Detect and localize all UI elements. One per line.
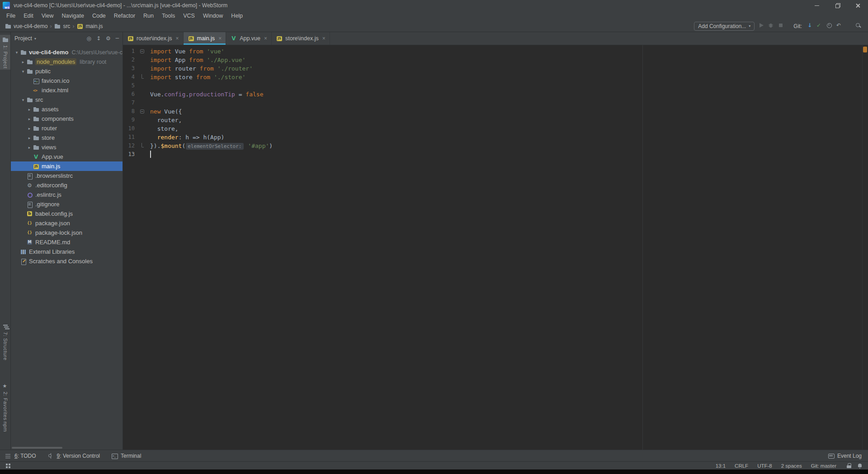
tree-item-vue-cli4-demo[interactable]: ▾vue-cli4-demoC:\Users\User\vue-c	[11, 47, 123, 57]
menu-refactor[interactable]: Refactor	[110, 12, 139, 19]
tree-item-node-modules[interactable]: ▸node_moduleslibrary root	[11, 57, 123, 66]
tree-item-components[interactable]: ▸components	[11, 114, 123, 123]
lock-button[interactable]	[845, 462, 853, 469]
fold-end-icon[interactable]	[142, 143, 144, 147]
fold-marker-icon[interactable]: −	[140, 49, 144, 53]
toolwindow-button-7-structure[interactable]: 7: Structure	[0, 322, 10, 362]
tree-item-src[interactable]: ▾src	[11, 95, 123, 104]
code-line-12[interactable]: 12}).$mount(elementOrSelector: '#app')	[123, 142, 862, 150]
tree-item-app-vue[interactable]: App.vue	[11, 152, 123, 161]
tree-expand-icon[interactable]: ▸	[26, 126, 33, 131]
toolwindow-button-1-project[interactable]: 1: Project	[0, 35, 10, 70]
tab-router-index-js[interactable]: router\index.js×	[123, 32, 184, 45]
chevron-down-icon[interactable]: ▾	[34, 37, 36, 41]
tree-expand-icon[interactable]: ▸	[26, 136, 33, 140]
toolwindow-button-npm[interactable]: npm	[0, 420, 10, 433]
panel-settings-button[interactable]: ⚙	[106, 35, 111, 42]
tree-item-browserslistrc[interactable]: .browserslistrc	[11, 171, 123, 180]
code-line-13[interactable]: 13	[123, 150, 862, 159]
code-line-8[interactable]: 8−new Vue({	[123, 107, 862, 116]
tree-item-main-js[interactable]: main.js	[11, 161, 123, 171]
status-utf-8[interactable]: UTF-8	[757, 463, 772, 469]
tab-main-js[interactable]: main.js×	[184, 32, 226, 45]
menu-vcs[interactable]: VCS	[179, 12, 199, 19]
tree-item-favicon-ico[interactable]: favicon.ico	[11, 76, 123, 85]
menu-view[interactable]: View	[38, 12, 58, 19]
code-line-11[interactable]: 11 render: h => h(App)	[123, 133, 862, 142]
tree-item-editorconfig[interactable]: .editorconfig	[11, 180, 123, 190]
git-commit-button[interactable]	[816, 22, 825, 31]
tree-item-views[interactable]: ▸views	[11, 142, 123, 152]
code-line-3[interactable]: 3import router from './router'	[123, 64, 862, 73]
inspection-marker[interactable]	[863, 47, 867, 52]
git-update-button[interactable]	[806, 22, 815, 31]
panel-expand-button[interactable]: ↕	[96, 35, 101, 42]
search-everywhere-button[interactable]	[854, 22, 863, 31]
tree-item-store[interactable]: ▸store	[11, 133, 123, 142]
status-13-1[interactable]: 13:1	[716, 463, 726, 469]
tree-item-external-libraries[interactable]: External Libraries	[11, 247, 123, 256]
code-line-5[interactable]: 5	[123, 81, 862, 90]
tree-item-router[interactable]: ▸router	[11, 123, 123, 133]
close-button[interactable]	[848, 0, 868, 11]
close-icon[interactable]: ×	[218, 35, 222, 42]
add-configuration-button[interactable]: Add Configuration... ▾	[694, 22, 755, 31]
code-line-7[interactable]: 7	[123, 99, 862, 107]
toolwindow-toggle-icon[interactable]	[5, 462, 12, 469]
code-editor[interactable]: 1−import Vue from 'vue'2import App from …	[123, 45, 868, 450]
menu-help[interactable]: Help	[227, 12, 247, 19]
tree-item-scratches-and-consoles[interactable]: Scratches and Consoles	[11, 256, 123, 266]
restore-button[interactable]	[827, 0, 848, 11]
tree-item-eslintrc-js[interactable]: .eslintrc.js	[11, 190, 123, 199]
code-line-4[interactable]: 4import store from './store'	[123, 73, 862, 81]
close-icon[interactable]: ×	[322, 35, 326, 42]
tree-item-babel-config-js[interactable]: babel.config.js	[11, 209, 123, 218]
menu-run[interactable]: Run	[139, 12, 158, 19]
tree-expand-icon[interactable]: ▸	[26, 117, 33, 121]
tree-expand-icon[interactable]: ▾	[20, 98, 26, 102]
toolwindow-button-terminal[interactable]: Terminal	[111, 452, 141, 460]
tree-expand-icon[interactable]: ▸	[20, 60, 26, 64]
tree-expand-icon[interactable]: ▾	[20, 69, 26, 74]
status-crlf[interactable]: CRLF	[735, 463, 748, 469]
breadcrumb-src[interactable]: src	[54, 23, 70, 30]
close-icon[interactable]: ×	[176, 35, 179, 42]
tree-item-package-lock-json[interactable]: package-lock.json	[11, 228, 123, 237]
code-line-10[interactable]: 10 store,	[123, 124, 862, 133]
tab-store-index-js[interactable]: store\index.js×	[272, 32, 330, 45]
tree-item-assets[interactable]: ▸assets	[11, 104, 123, 114]
panel-locate-button[interactable]: ◎	[86, 35, 91, 42]
panel-hide-button[interactable]: ─	[116, 35, 119, 42]
status-git-master[interactable]: Git: master	[811, 463, 836, 469]
tree-item-package-json[interactable]: package.json	[11, 218, 123, 228]
menu-code[interactable]: Code	[88, 12, 110, 19]
horizontal-scrollbar[interactable]	[12, 447, 62, 449]
tree-item-readme-md[interactable]: README.md	[11, 237, 123, 247]
run-button[interactable]	[757, 22, 766, 31]
tree-item-index-html[interactable]: index.html	[11, 85, 123, 95]
tree-expand-icon[interactable]: ▸	[26, 145, 33, 150]
tab-app-vue[interactable]: App.vue×	[226, 32, 272, 45]
toolwindow-button-2-favorites[interactable]: 2: Favorites	[0, 381, 10, 422]
code-line-2[interactable]: 2import App from './App.vue'	[123, 56, 862, 64]
menu-navigate[interactable]: Navigate	[58, 12, 88, 19]
code-line-6[interactable]: 6Vue.config.productionTip = false	[123, 90, 862, 99]
status-2-spaces[interactable]: 2 spaces	[781, 463, 802, 469]
menu-tools[interactable]: Tools	[158, 12, 179, 19]
tree-expand-icon[interactable]: ▾	[14, 50, 20, 55]
toolwindow-button-6-todo[interactable]: 6: TODO	[5, 452, 36, 460]
toolwindow-button-9-version-control[interactable]: 9: Version Control	[47, 452, 100, 460]
toolwindow-button-event-log[interactable]: Event Log	[827, 452, 862, 460]
error-stripe-scrollbar[interactable]	[862, 45, 868, 450]
code-line-9[interactable]: 9 router,	[123, 116, 862, 124]
fold-marker-icon[interactable]: −	[140, 109, 144, 114]
git-history-button[interactable]	[826, 22, 835, 31]
bell-button[interactable]	[856, 462, 863, 469]
git-revert-button[interactable]	[835, 22, 844, 31]
menu-window[interactable]: Window	[199, 12, 227, 19]
fold-end-icon[interactable]	[142, 74, 144, 79]
tree-item-gitignore[interactable]: .gitignore	[11, 199, 123, 209]
code-line-1[interactable]: 1−import Vue from 'vue'	[123, 47, 862, 56]
tree-item-public[interactable]: ▾public	[11, 66, 123, 76]
minimize-button[interactable]	[807, 0, 827, 11]
